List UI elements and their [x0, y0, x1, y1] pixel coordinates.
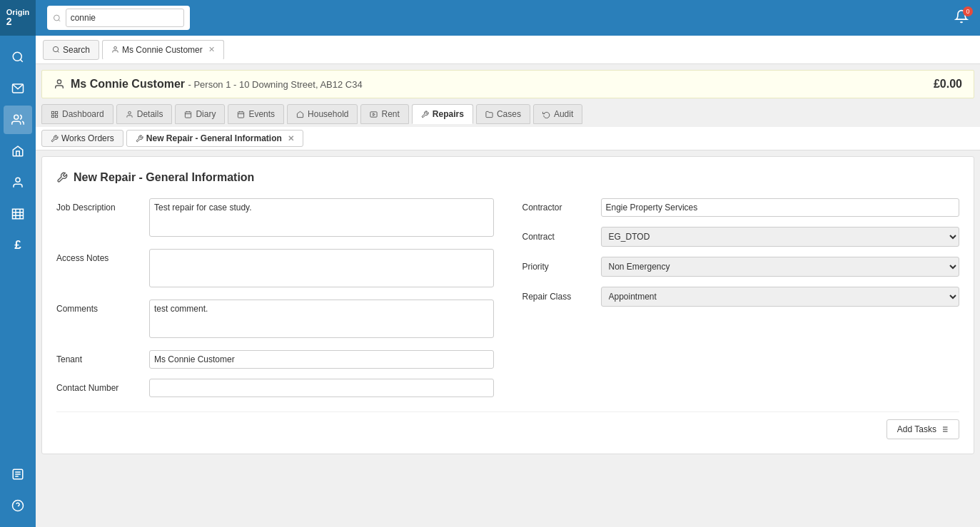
job-description-input[interactable]: Test repair for case study. — [149, 198, 494, 237]
access-notes-input-wrap — [149, 249, 494, 290]
priority-label: Priority — [522, 262, 594, 272]
subtab-new-repair-close[interactable]: ✕ — [288, 134, 294, 143]
tab-customer-close[interactable]: ✕ — [208, 45, 215, 54]
repair-class-input-wrap: Appointment Direct Planned — [601, 287, 960, 307]
comments-input-wrap: test comment. — [149, 300, 494, 340]
nav-tab-diary[interactable]: Diary — [175, 104, 225, 124]
contact-number-label: Contact Number — [56, 379, 142, 393]
svg-rect-25 — [55, 115, 57, 117]
nav-tabs: Dashboard Details Diary Events Household… — [36, 104, 980, 124]
job-description-input-wrap: Test repair for case study. — [149, 198, 494, 239]
comments-label: Comments — [56, 300, 142, 314]
priority-input-wrap: Non Emergency Emergency Urgent — [601, 257, 960, 277]
nav-tab-events[interactable]: Events — [228, 104, 284, 124]
svg-rect-27 — [186, 111, 191, 117]
comments-field: Comments test comment. — [56, 300, 494, 340]
contractor-field: Contractor — [522, 198, 960, 217]
sidebar-person-icon[interactable] — [4, 168, 32, 197]
svg-line-17 — [59, 19, 60, 21]
tenant-input[interactable] — [149, 350, 494, 369]
svg-point-0 — [13, 52, 21, 61]
sidebar-mail-icon[interactable] — [4, 74, 32, 103]
svg-rect-23 — [55, 111, 57, 113]
form-title: New Repair - General Information — [56, 171, 959, 184]
nav-tab-rent[interactable]: Rent — [360, 104, 408, 124]
tab-search[interactable]: Search — [43, 40, 99, 60]
tenant-field: Tenant — [56, 350, 494, 369]
contract-label: Contract — [522, 232, 594, 242]
nav-tab-dashboard[interactable]: Dashboard — [41, 104, 113, 124]
right-column: Contractor Contract EG_DTOD Option 2 Opt… — [522, 198, 960, 397]
contact-number-field: Contact Number — [56, 379, 494, 397]
svg-point-20 — [114, 46, 117, 49]
repair-class-select[interactable]: Appointment Direct Planned — [601, 287, 960, 307]
add-tasks-icon — [940, 425, 949, 434]
contractor-input-wrap — [601, 198, 960, 217]
contract-field: Contract EG_DTOD Option 2 Option 3 — [522, 227, 960, 247]
tabbar: Search Ms Connie Customer ✕ — [36, 36, 980, 64]
add-tasks-button[interactable]: Add Tasks — [886, 419, 959, 439]
nav-tab-details[interactable]: Details — [116, 104, 173, 124]
contract-select[interactable]: EG_DTOD Option 2 Option 3 — [601, 227, 960, 247]
nav-tab-repairs[interactable]: Repairs — [412, 104, 473, 124]
svg-rect-5 — [13, 209, 24, 219]
search-input-wrap[interactable] — [47, 6, 190, 30]
svg-line-1 — [20, 59, 22, 61]
svg-rect-31 — [238, 111, 244, 117]
subtabbar: Works Orders New Repair - General Inform… — [36, 127, 980, 150]
sidebar-search-icon[interactable] — [4, 43, 32, 71]
customer-sub: - Person 1 - 10 Downing Street, AB12 C34 — [188, 79, 362, 90]
nav-tab-household[interactable]: Household — [287, 104, 358, 124]
sidebar-nav: £ — [0, 43, 36, 460]
subtab-works-orders[interactable]: Works Orders — [41, 130, 123, 147]
contract-input-wrap: EG_DTOD Option 2 Option 3 — [601, 227, 960, 247]
comments-input[interactable]: test comment. — [149, 300, 494, 338]
svg-point-26 — [128, 111, 131, 114]
nav-tab-cases[interactable]: Cases — [476, 104, 530, 124]
repair-class-label: Repair Class — [522, 292, 594, 302]
sidebar-bottom — [4, 460, 32, 527]
priority-select[interactable]: Non Emergency Emergency Urgent — [601, 257, 960, 277]
svg-point-16 — [54, 15, 59, 21]
svg-point-4 — [16, 178, 20, 182]
form-card: New Repair - General Information Job Des… — [41, 156, 974, 454]
tenant-input-wrap — [149, 350, 494, 369]
nav-tab-audit[interactable]: Audit — [533, 104, 582, 124]
notification-bell[interactable]: 0 — [954, 9, 969, 27]
sidebar-home-icon[interactable] — [4, 137, 32, 165]
sidebar-help-icon[interactable] — [4, 491, 32, 520]
svg-point-18 — [53, 46, 58, 51]
form-footer: Add Tasks — [56, 411, 959, 439]
svg-rect-22 — [51, 111, 54, 113]
repair-class-field: Repair Class Appointment Direct Planned — [522, 287, 960, 307]
priority-field: Priority Non Emergency Emergency Urgent — [522, 257, 960, 277]
job-description-field: Job Description Test repair for case stu… — [56, 198, 494, 239]
sidebar-tasks-icon[interactable] — [4, 460, 32, 488]
topbar: 0 — [36, 0, 980, 36]
contact-number-input[interactable] — [149, 379, 494, 397]
content-area: Ms Connie Customer - Person 1 - 10 Downi… — [36, 64, 980, 527]
svg-point-21 — [57, 80, 61, 83]
tenant-label: Tenant — [56, 350, 142, 364]
sidebar-finance-icon[interactable]: £ — [4, 231, 32, 260]
main-area: 0 Search Ms Connie Customer ✕ Ms Connie … — [36, 0, 980, 527]
subtab-new-repair[interactable]: New Repair - General Information ✕ — [126, 130, 303, 147]
svg-rect-24 — [51, 115, 54, 117]
sidebar-building-icon[interactable] — [4, 200, 32, 228]
access-notes-input[interactable] — [149, 249, 494, 287]
svg-marker-36 — [373, 113, 375, 116]
form-title-icon — [56, 172, 68, 183]
sidebar-people-icon[interactable] — [4, 106, 32, 134]
svg-rect-35 — [370, 111, 377, 116]
contractor-input[interactable] — [601, 198, 960, 217]
contractor-label: Contractor — [522, 203, 594, 213]
contact-number-input-wrap — [149, 379, 494, 397]
job-description-label: Job Description — [56, 198, 142, 213]
tab-customer[interactable]: Ms Connie Customer ✕ — [102, 40, 224, 60]
tab-customer-label: Ms Connie Customer — [122, 45, 203, 55]
app-logo: Origin2 — [0, 0, 36, 36]
access-notes-label: Access Notes — [56, 249, 142, 263]
topbar-search-input[interactable] — [66, 9, 184, 27]
customer-name: Ms Connie Customer - Person 1 - 10 Downi… — [71, 78, 363, 91]
svg-line-19 — [58, 51, 59, 53]
